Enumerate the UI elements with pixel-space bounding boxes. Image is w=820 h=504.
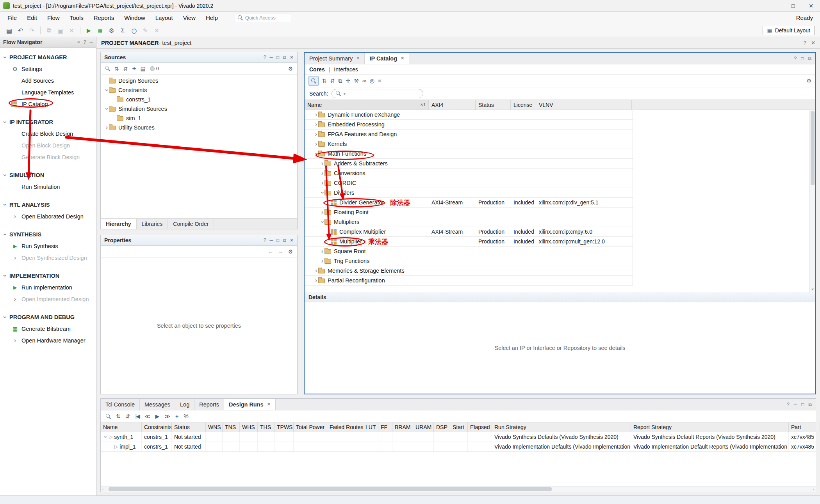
nav-item-generate-block-design[interactable]: Generate Block Design xyxy=(0,151,96,163)
search-icon[interactable] xyxy=(105,66,110,71)
expand-all-icon[interactable]: ⇅ xyxy=(123,66,128,72)
column-header-lut[interactable]: LUT xyxy=(363,422,378,432)
scroll-down-icon[interactable]: ∨ xyxy=(810,287,815,291)
column-header-tpws[interactable]: TPWS xyxy=(275,422,294,432)
settings-wrench-icon[interactable]: ⚒ xyxy=(354,78,359,84)
close-icon[interactable]: ✕ xyxy=(401,56,404,61)
column-header-status[interactable]: Status xyxy=(172,422,206,432)
percent-icon[interactable]: % xyxy=(184,413,188,419)
minimize-icon[interactable]: ─ xyxy=(89,39,93,45)
help-icon[interactable]: ? xyxy=(84,39,86,45)
rewind-icon[interactable]: ≪ xyxy=(144,413,150,419)
ip-row-trig-functions[interactable]: ›Trig Functions xyxy=(305,256,633,266)
menu-item-flow[interactable]: Flow xyxy=(42,13,65,23)
column-header-failed-routes[interactable]: Failed Routes xyxy=(327,422,363,432)
nav-item-open-block-design[interactable]: Open Block Design xyxy=(0,140,96,151)
ip-search-input[interactable]: ▾ xyxy=(332,89,423,98)
ip-row-square-root[interactable]: ›Square Root xyxy=(305,247,633,256)
maximize-icon[interactable]: □ xyxy=(276,55,279,60)
ip-row-partial-reconfiguration[interactable]: ›Partial Reconfiguration xyxy=(305,276,633,286)
maximize-button[interactable]: □ xyxy=(784,0,802,11)
tree-item-constraints[interactable]: › Constraints xyxy=(101,85,297,95)
ip-row-cordic[interactable]: ›CORDIC xyxy=(305,178,633,188)
sigma-icon[interactable]: Σ xyxy=(118,25,128,35)
close-icon[interactable]: ✕ xyxy=(290,238,294,243)
nav-item-open-elaborated-design[interactable]: ›Open Elaborated Design xyxy=(0,211,96,222)
column-header-part[interactable]: Part xyxy=(789,422,820,432)
nav-section-header-synthesis[interactable]: ›SYNTHESIS xyxy=(0,229,96,240)
tab-messages[interactable]: Messages xyxy=(140,399,175,410)
horizontal-scrollbar[interactable]: ‹ › xyxy=(101,486,816,492)
nav-item-run-synthesis[interactable]: ▶Run Synthesis xyxy=(0,240,96,252)
ip-row-multiplier[interactable]: ›Multiplier 乘法器 Production Included xili… xyxy=(305,237,633,247)
column-header-name[interactable]: Name xyxy=(101,422,142,432)
ip-row-complex-multiplier[interactable]: ›Complex Multiplier AXI4-Stream Producti… xyxy=(305,227,633,237)
tab-hierarchy[interactable]: Hierarchy xyxy=(101,219,137,229)
menu-item-reports[interactable]: Reports xyxy=(89,13,119,23)
help-icon[interactable]: ? xyxy=(794,56,797,61)
expand-all-icon[interactable]: ⇅ xyxy=(126,413,130,419)
delete-icon[interactable]: ✕ xyxy=(66,25,77,35)
column-header-constraints[interactable]: Constraints xyxy=(142,422,172,432)
redo-icon[interactable]: ↷ xyxy=(27,25,37,35)
save-icon[interactable]: ▤ xyxy=(4,25,14,35)
column-header-ff[interactable]: FF xyxy=(378,422,392,432)
messages-badge[interactable]: 0 xyxy=(150,66,159,71)
column-header-report-strategy[interactable]: Report Strategy xyxy=(631,422,789,432)
collapse-all-icon[interactable]: ⇅ xyxy=(114,66,119,72)
nav-item-run-simulation[interactable]: Run Simulation xyxy=(0,181,96,193)
gear-icon[interactable]: ⚙ xyxy=(288,248,293,255)
nav-section-header-implementation[interactable]: ›IMPLEMENTATION xyxy=(0,270,96,282)
float-icon[interactable]: ⧉ xyxy=(283,55,286,60)
help-icon[interactable]: ? xyxy=(264,238,266,243)
help-icon[interactable]: ? xyxy=(264,55,266,60)
column-header-dsp[interactable]: DSP xyxy=(434,422,450,432)
float-icon[interactable]: ⧉ xyxy=(808,56,811,61)
add-run-icon[interactable]: + xyxy=(175,413,178,419)
close-icon[interactable]: ✕ xyxy=(811,40,815,46)
synthesis-icon[interactable]: ▦ xyxy=(95,25,105,35)
menu-item-tools[interactable]: Tools xyxy=(65,13,89,23)
minimize-icon[interactable]: ─ xyxy=(270,55,273,60)
stop-icon[interactable]: ■ xyxy=(378,78,381,84)
nav-item-ip-catalog[interactable]: IP Catalog xyxy=(0,98,96,110)
quick-access-search[interactable]: Quick Access xyxy=(235,14,291,22)
ip-row-math-functions[interactable]: ›Math Functions xyxy=(305,149,633,159)
scroll-right-icon[interactable]: › xyxy=(813,486,814,492)
tree-item-simulation-sources[interactable]: › Simulation Sources xyxy=(101,104,297,114)
play-icon[interactable]: ▶ xyxy=(155,413,160,419)
run-row-impl-1[interactable]: › ▷ impl_1 constrs_1Not startedVivado Im… xyxy=(101,442,816,452)
run-icon[interactable]: ▶ xyxy=(84,25,94,35)
tab-libraries[interactable]: Libraries xyxy=(137,219,168,229)
close-button[interactable]: ✕ xyxy=(802,0,820,11)
menu-item-help[interactable]: Help xyxy=(201,13,223,23)
gear-icon[interactable]: ⚙ xyxy=(288,66,293,72)
layout-selector[interactable]: ▦ Default Layout xyxy=(763,26,815,35)
column-header-status[interactable]: Status xyxy=(476,100,511,110)
minimize-icon[interactable]: ─ xyxy=(270,238,273,243)
nav-item-generate-bitstream[interactable]: ▦Generate Bitstream xyxy=(0,323,96,335)
tree-item-design-sources[interactable]: › Design Sources xyxy=(101,76,297,85)
column-header-total-power[interactable]: Total Power xyxy=(294,422,327,432)
expand-all-icon[interactable]: ⇅ xyxy=(330,78,335,84)
scroll-left-icon[interactable]: ‹ xyxy=(102,486,103,492)
pencil-icon[interactable]: ✎ xyxy=(140,25,151,35)
ip-row-memories-storage-elements[interactable]: ›Memories & Storage Elements xyxy=(305,266,633,276)
ip-row-fpga-features-and-design[interactable]: ›FPGA Features and Design xyxy=(305,130,633,139)
restore-hierarchy-icon[interactable]: ⧉ xyxy=(338,78,342,84)
menu-item-view[interactable]: View xyxy=(178,13,201,23)
close-icon[interactable]: ✕ xyxy=(267,402,271,407)
add-sources-icon[interactable]: + xyxy=(132,65,136,73)
gear-icon[interactable]: ⚙ xyxy=(806,78,811,84)
column-header-uram[interactable]: URAM xyxy=(413,422,434,432)
tab-design-runs[interactable]: Design Runs ✕ xyxy=(224,399,276,410)
ip-row-adders-subtracters[interactable]: ›Adders & Subtracters xyxy=(305,159,633,169)
nav-section-header-program-and-debug[interactable]: ›PROGRAM AND DEBUG xyxy=(0,311,96,323)
forward-arrow-icon[interactable]: → xyxy=(278,248,283,255)
maximize-icon[interactable]: □ xyxy=(801,402,804,407)
help-icon[interactable]: ? xyxy=(787,402,790,407)
clock-icon[interactable]: ◷ xyxy=(129,25,139,35)
collapse-all-icon[interactable]: ⇅ xyxy=(322,78,327,84)
nav-item-open-hardware-manager[interactable]: ›Open Hardware Manager xyxy=(0,335,96,346)
column-header-bram[interactable]: BRAM xyxy=(392,422,413,432)
